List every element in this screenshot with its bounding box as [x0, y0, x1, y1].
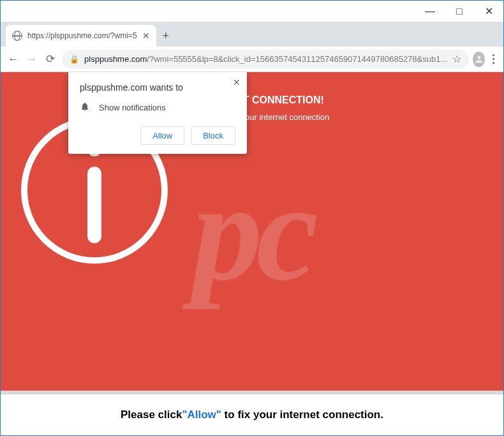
- maximize-button[interactable]: □: [445, 1, 474, 22]
- watermark: pc: [192, 151, 312, 312]
- page-content: pc NO INTERNET CONNECTION! click "Allow"…: [1, 72, 503, 435]
- tab-close-button[interactable]: ✕: [142, 31, 150, 41]
- url-domain: plsppushme.com: [84, 54, 147, 64]
- tab-title: https://plsppushme.com/?wmi=5: [27, 31, 137, 40]
- bookmark-star-icon[interactable]: ☆: [452, 53, 461, 65]
- tab-bar: https://plsppushme.com/?wmi=5 ✕ +: [1, 22, 503, 47]
- new-tab-button[interactable]: +: [156, 25, 175, 47]
- close-window-button[interactable]: ✕: [474, 1, 503, 22]
- permission-label: Show notifications: [99, 103, 166, 112]
- person-icon: [474, 54, 484, 64]
- bell-icon: [80, 101, 90, 114]
- footer-prefix: Please click: [121, 409, 182, 421]
- globe-icon: [12, 31, 22, 41]
- allow-button[interactable]: Allow: [140, 126, 184, 145]
- permission-row: Show notifications: [80, 101, 235, 114]
- browser-tab[interactable]: https://plsppushme.com/?wmi=5 ✕: [6, 25, 156, 47]
- footer-text: Please click"Allow" to fix your internet…: [121, 409, 383, 421]
- dialog-buttons: Allow Block: [80, 126, 235, 145]
- dialog-title: plsppushme.com wants to: [80, 82, 235, 93]
- browser-window: — □ ✕ https://plsppushme.com/?wmi=5 ✕ + …: [0, 0, 504, 436]
- lock-icon: 🔒: [70, 55, 79, 64]
- back-button[interactable]: ←: [6, 50, 20, 69]
- dialog-close-button[interactable]: ✕: [233, 77, 241, 87]
- forward-button[interactable]: →: [24, 50, 39, 69]
- url-text: plsppushme.com/?wmi=55555&lp=8&click_id=…: [84, 54, 447, 64]
- footer-suffix: to fix your internet connection.: [221, 409, 383, 421]
- toolbar: ← → ⟳ 🔒 plsppushme.com/?wmi=55555&lp=8&c…: [1, 47, 503, 72]
- window-titlebar: — □ ✕: [1, 1, 503, 22]
- block-button[interactable]: Block: [191, 126, 235, 145]
- address-bar[interactable]: 🔒 plsppushme.com/?wmi=55555&lp=8&click_i…: [62, 50, 469, 69]
- reload-button[interactable]: ⟳: [43, 50, 58, 69]
- footer-allow: "Allow": [182, 409, 221, 421]
- footer-bar: Please click"Allow" to fix your internet…: [1, 391, 503, 435]
- url-path: /?wmi=55555&lp=8&click_id=15663574543112…: [147, 54, 447, 64]
- menu-button[interactable]: [489, 54, 498, 64]
- notification-permission-dialog: ✕ plsppushme.com wants to Show notificat…: [68, 72, 247, 154]
- window-controls: — □ ✕: [415, 1, 503, 22]
- profile-avatar[interactable]: [473, 52, 485, 67]
- minimize-button[interactable]: —: [415, 1, 445, 22]
